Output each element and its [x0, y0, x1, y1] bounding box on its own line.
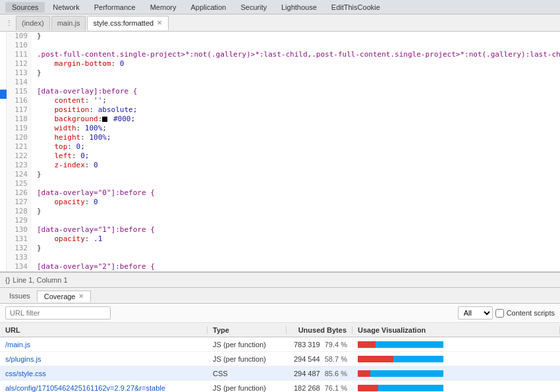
table-row[interactable]: /main.jsJS (per function)783 319 79.4 % — [0, 337, 560, 352]
tab-mainjs[interactable]: main.js — [51, 16, 86, 30]
nav-item-application[interactable]: Application — [184, 2, 233, 13]
gutter-marker — [0, 90, 7, 99]
tab-issues-label: Issues — [9, 292, 30, 300]
td-type: JS (per function) — [208, 341, 287, 349]
nav-item-lighthouse[interactable]: Lighthouse — [275, 2, 323, 13]
nav-item-network[interactable]: Network — [46, 2, 86, 13]
editor-area: 1091101111121131141151161171181191201211… — [0, 32, 560, 272]
tab-coverage-close[interactable]: ✕ — [78, 293, 84, 300]
td-url: s/plugins.js — [0, 355, 208, 363]
usage-bar — [358, 356, 443, 362]
status-bar: {} Line 1, Column 1 — [0, 272, 560, 288]
td-bytes: 783 319 79.4 % — [287, 341, 352, 349]
status-icon: {} — [5, 276, 10, 284]
coverage-area: All CSS JS Content scripts URL Type Unus… — [0, 304, 560, 392]
line-numbers: 1091101111121131141151161171181191201211… — [7, 32, 32, 271]
top-nav: Sources Network Performance Memory Appli… — [0, 0, 560, 14]
tab-menu-button[interactable]: ⋮ — [3, 16, 16, 30]
tabs-bar: ⋮ (index) main.js style.css:formatted ✕ — [0, 14, 560, 32]
tab-stylecss-close[interactable]: ✕ — [156, 19, 163, 26]
content-scripts-label: Content scripts — [507, 309, 555, 317]
editor-gutter — [0, 32, 7, 271]
td-type: CSS — [208, 370, 287, 378]
table-row[interactable]: s/plugins.jsJS (per function)294 544 58.… — [0, 352, 560, 366]
tab-coverage[interactable]: Coverage ✕ — [37, 291, 91, 302]
coverage-table: URL Type Unused Bytes Usage Visualizatio… — [0, 323, 560, 392]
td-usage — [352, 385, 560, 391]
coverage-toolbar: All CSS JS Content scripts — [0, 304, 560, 323]
tab-coverage-label: Coverage — [44, 293, 76, 300]
tab-index-label: (index) — [22, 19, 44, 27]
usage-bar — [358, 385, 443, 391]
table-body: /main.jsJS (per function)783 319 79.4 %s… — [0, 337, 560, 392]
td-bytes: 294 487 85.6 % — [287, 370, 352, 378]
bottom-tabs: Issues Coverage ✕ — [0, 288, 560, 304]
th-type: Type — [208, 326, 287, 334]
td-bytes: 294 544 58.7 % — [287, 355, 352, 363]
nav-item-memory[interactable]: Memory — [144, 2, 183, 13]
td-usage — [352, 356, 560, 362]
status-text: Line 1, Column 1 — [13, 276, 67, 284]
nav-item-performance[interactable]: Performance — [88, 2, 142, 13]
content-scripts-checkbox[interactable] — [495, 309, 504, 318]
th-bytes: Unused Bytes — [287, 326, 352, 334]
td-url: /main.js — [0, 341, 208, 349]
tab-stylecss[interactable]: style.css:formatted ✕ — [87, 16, 169, 30]
th-usage: Usage Visualization — [352, 326, 560, 334]
usage-bar — [358, 370, 443, 377]
td-url: css/style.css — [0, 370, 208, 378]
th-url: URL — [0, 326, 208, 334]
table-row[interactable]: als/config/17105462425161162v=2.9.27&r=s… — [0, 381, 560, 392]
td-type: JS (per function) — [208, 384, 287, 392]
code-area[interactable]: }.post-full-content.single-project>*:not… — [32, 32, 560, 271]
nav-item-security[interactable]: Security — [234, 2, 273, 13]
td-type: JS (per function) — [208, 355, 287, 363]
filter-select[interactable]: All CSS JS — [458, 306, 493, 320]
table-header: URL Type Unused Bytes Usage Visualizatio… — [0, 323, 560, 337]
filter-select-wrap: All CSS JS Content scripts — [458, 306, 555, 320]
tab-index[interactable]: (index) — [16, 16, 50, 30]
url-filter-input[interactable] — [5, 306, 111, 320]
td-bytes: 182 268 76.1 % — [287, 384, 352, 392]
content-scripts-checkbox-wrap: Content scripts — [495, 309, 555, 318]
tab-mainjs-label: main.js — [57, 19, 80, 27]
td-usage — [352, 370, 560, 377]
tab-issues[interactable]: Issues — [3, 291, 37, 301]
tab-stylecss-label: style.css:formatted — [93, 19, 154, 27]
nav-item-sources[interactable]: Sources — [5, 2, 45, 13]
td-url: als/config/17105462425161162v=2.9.27&r=s… — [0, 384, 208, 392]
nav-item-editthiscookie[interactable]: EditThisCookie — [325, 2, 387, 13]
table-row[interactable]: css/style.cssCSS294 487 85.6 % — [0, 366, 560, 381]
bottom-panel: Issues Coverage ✕ All CSS JS Content scr… — [0, 288, 560, 392]
td-usage — [352, 341, 560, 348]
usage-bar — [358, 341, 443, 348]
